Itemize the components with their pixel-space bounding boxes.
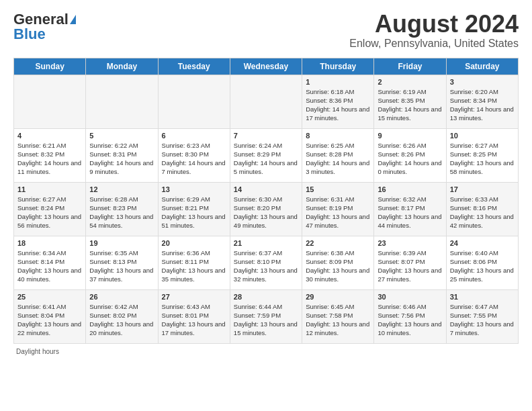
calendar-cell: 17Sunrise: 6:33 AM Sunset: 8:16 PM Dayli… [446,182,518,236]
day-info: Sunrise: 6:35 AM Sunset: 8:13 PM Dayligh… [89,248,154,284]
day-number: 15 [306,185,370,193]
day-info: Sunrise: 6:25 AM Sunset: 8:28 PM Dayligh… [306,141,370,177]
day-number: 1 [306,78,370,86]
day-number: 30 [378,293,442,301]
calendar-cell [14,75,86,128]
calendar-cell [86,75,158,128]
calendar-cell: 24Sunrise: 6:40 AM Sunset: 8:06 PM Dayli… [446,236,518,289]
page: General Blue August 2024 Enlow, Pennsylv… [0,0,532,362]
day-number: 20 [162,239,226,247]
day-number: 2 [378,78,442,86]
day-number: 17 [450,185,515,193]
calendar-day-header: Friday [374,58,446,75]
day-info: Sunrise: 6:23 AM Sunset: 8:30 PM Dayligh… [162,141,226,177]
day-info: Sunrise: 6:43 AM Sunset: 8:01 PM Dayligh… [162,302,226,338]
day-info: Sunrise: 6:26 AM Sunset: 8:26 PM Dayligh… [378,141,442,177]
day-number: 13 [162,185,226,193]
day-number: 27 [162,293,226,301]
day-info: Sunrise: 6:33 AM Sunset: 8:16 PM Dayligh… [450,195,515,230]
calendar-cell: 26Sunrise: 6:42 AM Sunset: 8:02 PM Dayli… [86,289,158,343]
calendar-header-row: SundayMondayTuesdayWednesdayThursdayFrid… [14,58,519,75]
calendar-cell: 3Sunrise: 6:20 AM Sunset: 8:34 PM Daylig… [446,75,518,128]
calendar-day-header: Monday [86,58,158,75]
calendar-cell: 11Sunrise: 6:27 AM Sunset: 8:24 PM Dayli… [14,182,86,236]
day-number: 18 [17,239,82,247]
day-number: 4 [17,132,82,140]
day-number: 8 [306,132,370,140]
day-info: Sunrise: 6:37 AM Sunset: 8:10 PM Dayligh… [234,248,298,284]
calendar-cell [158,75,230,128]
calendar-cell: 20Sunrise: 6:36 AM Sunset: 8:11 PM Dayli… [158,236,230,289]
calendar-cell [230,75,302,128]
day-info: Sunrise: 6:27 AM Sunset: 8:25 PM Dayligh… [450,141,515,177]
calendar-cell: 23Sunrise: 6:39 AM Sunset: 8:07 PM Dayli… [374,236,446,289]
day-info: Sunrise: 6:18 AM Sunset: 8:36 PM Dayligh… [306,87,370,123]
calendar-cell: 22Sunrise: 6:38 AM Sunset: 8:09 PM Dayli… [302,236,374,289]
logo-triangle-icon [70,15,76,24]
calendar-cell: 31Sunrise: 6:47 AM Sunset: 7:55 PM Dayli… [446,289,518,343]
calendar-cell: 21Sunrise: 6:37 AM Sunset: 8:10 PM Dayli… [230,236,302,289]
day-info: Sunrise: 6:24 AM Sunset: 8:29 PM Dayligh… [234,141,298,177]
calendar-week-row: 25Sunrise: 6:41 AM Sunset: 8:04 PM Dayli… [14,289,519,343]
calendar-cell: 15Sunrise: 6:31 AM Sunset: 8:19 PM Dayli… [302,182,374,236]
day-number: 23 [378,239,442,247]
day-info: Sunrise: 6:44 AM Sunset: 7:59 PM Dayligh… [234,302,298,338]
calendar-day-header: Thursday [302,58,374,75]
calendar-cell: 5Sunrise: 6:22 AM Sunset: 8:31 PM Daylig… [86,128,158,182]
calendar-day-header: Wednesday [230,58,302,75]
calendar-cell: 19Sunrise: 6:35 AM Sunset: 8:13 PM Dayli… [86,236,158,289]
day-number: 10 [450,132,515,140]
calendar-cell: 14Sunrise: 6:30 AM Sunset: 8:20 PM Dayli… [230,182,302,236]
calendar-cell: 16Sunrise: 6:32 AM Sunset: 8:17 PM Dayli… [374,182,446,236]
day-number: 31 [450,293,515,301]
calendar-cell: 10Sunrise: 6:27 AM Sunset: 8:25 PM Dayli… [446,128,518,182]
title-block: August 2024 Enlow, Pennsylvania, United … [349,11,519,50]
footer: Daylight hours [13,348,519,355]
day-info: Sunrise: 6:41 AM Sunset: 8:04 PM Dayligh… [17,302,82,338]
footer-text: Daylight hours [16,348,59,355]
day-info: Sunrise: 6:20 AM Sunset: 8:34 PM Dayligh… [450,87,515,123]
day-info: Sunrise: 6:38 AM Sunset: 8:09 PM Dayligh… [306,248,370,284]
day-number: 5 [89,132,154,140]
day-number: 21 [234,239,298,247]
day-number: 25 [17,293,82,301]
day-info: Sunrise: 6:39 AM Sunset: 8:07 PM Dayligh… [378,248,442,284]
calendar-week-row: 1Sunrise: 6:18 AM Sunset: 8:36 PM Daylig… [14,75,519,128]
day-number: 28 [234,293,298,301]
day-info: Sunrise: 6:30 AM Sunset: 8:20 PM Dayligh… [234,195,298,230]
logo-blue: Blue [13,26,46,43]
day-number: 6 [162,132,226,140]
day-number: 22 [306,239,370,247]
day-info: Sunrise: 6:28 AM Sunset: 8:23 PM Dayligh… [89,195,154,230]
day-info: Sunrise: 6:40 AM Sunset: 8:06 PM Dayligh… [450,248,515,284]
page-title: August 2024 [349,11,519,38]
day-number: 29 [306,293,370,301]
day-info: Sunrise: 6:27 AM Sunset: 8:24 PM Dayligh… [17,195,82,230]
calendar-cell: 6Sunrise: 6:23 AM Sunset: 8:30 PM Daylig… [158,128,230,182]
day-number: 14 [234,185,298,193]
day-info: Sunrise: 6:22 AM Sunset: 8:31 PM Dayligh… [89,141,154,177]
header: General Blue August 2024 Enlow, Pennsylv… [13,11,519,50]
calendar-cell: 25Sunrise: 6:41 AM Sunset: 8:04 PM Dayli… [14,289,86,343]
calendar-cell: 12Sunrise: 6:28 AM Sunset: 8:23 PM Dayli… [86,182,158,236]
day-info: Sunrise: 6:32 AM Sunset: 8:17 PM Dayligh… [378,195,442,230]
day-info: Sunrise: 6:36 AM Sunset: 8:11 PM Dayligh… [162,248,226,284]
logo: General Blue [13,11,76,43]
calendar-day-header: Tuesday [158,58,230,75]
day-info: Sunrise: 6:19 AM Sunset: 8:35 PM Dayligh… [378,87,442,123]
day-number: 11 [17,185,82,193]
day-info: Sunrise: 6:45 AM Sunset: 7:58 PM Dayligh… [306,302,370,338]
day-info: Sunrise: 6:46 AM Sunset: 7:56 PM Dayligh… [378,302,442,338]
calendar-cell: 8Sunrise: 6:25 AM Sunset: 8:28 PM Daylig… [302,128,374,182]
calendar-cell: 27Sunrise: 6:43 AM Sunset: 8:01 PM Dayli… [158,289,230,343]
calendar-day-header: Sunday [14,58,86,75]
day-number: 19 [89,239,154,247]
page-subtitle: Enlow, Pennsylvania, United States [349,38,519,50]
calendar-cell: 30Sunrise: 6:46 AM Sunset: 7:56 PM Dayli… [374,289,446,343]
calendar-week-row: 4Sunrise: 6:21 AM Sunset: 8:32 PM Daylig… [14,128,519,182]
calendar-cell: 28Sunrise: 6:44 AM Sunset: 7:59 PM Dayli… [230,289,302,343]
day-number: 24 [450,239,515,247]
calendar-cell: 2Sunrise: 6:19 AM Sunset: 8:35 PM Daylig… [374,75,446,128]
day-info: Sunrise: 6:42 AM Sunset: 8:02 PM Dayligh… [89,302,154,338]
calendar-week-row: 18Sunrise: 6:34 AM Sunset: 8:14 PM Dayli… [14,236,519,289]
